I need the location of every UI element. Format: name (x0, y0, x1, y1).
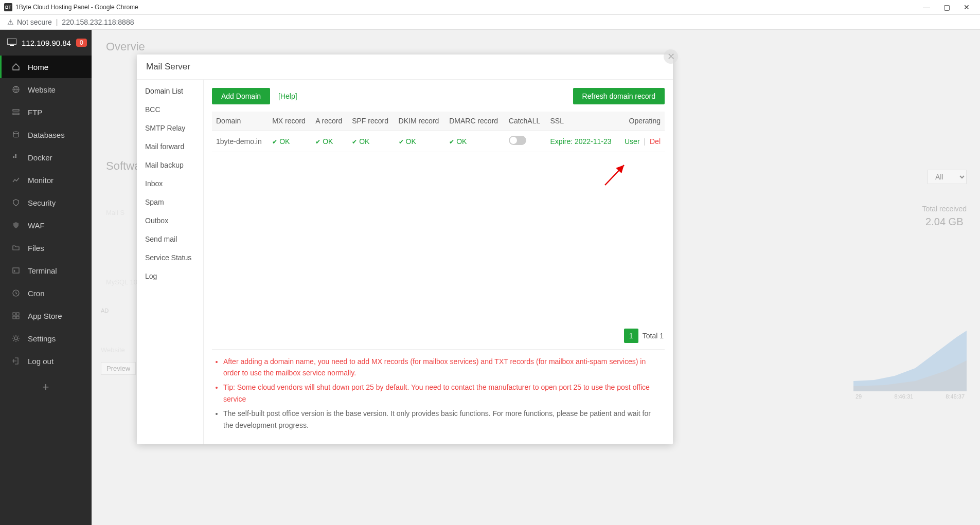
modal-toolbar: Add Domain [Help] Refresh domain record (212, 88, 665, 104)
help-link[interactable]: [Help] (278, 92, 297, 100)
grid-icon (11, 311, 21, 320)
window-titlebar: BT 1Byte Cloud Hosting Panel - Google Ch… (0, 0, 980, 14)
cell-mx-ok: OK (272, 137, 290, 146)
sidebar-item-files[interactable]: Files (0, 237, 92, 259)
svg-rect-3 (13, 110, 19, 111)
close-icon[interactable]: ✕ (964, 3, 970, 11)
window-controls: — ▢ ✕ (923, 3, 976, 11)
modal-tab-bcc[interactable]: BCC (137, 100, 203, 119)
sidebar-item-label: Files (28, 244, 44, 252)
modal-tab-domain-list[interactable]: Domain List (137, 82, 203, 100)
address-bar: ⚠ Not secure | 220.158.232.118:8888 (0, 14, 980, 30)
col-ssl: SSL (546, 112, 619, 131)
pagination: 1 Total 1 (212, 324, 665, 349)
sidebar-item-home[interactable]: Home (0, 56, 92, 78)
sidebar-item-label: Home (28, 63, 48, 71)
mail-server-modal: ✕ Mail Server Domain List BCC SMTP Relay… (137, 55, 673, 444)
del-link[interactable]: Del (650, 137, 661, 146)
col-spf: SPF record (348, 112, 394, 131)
annotation-arrow (602, 162, 628, 188)
modal-title: Mail Server (137, 55, 673, 80)
col-dmarc: DMARC record (445, 112, 505, 131)
monitor-icon (7, 39, 16, 47)
svg-line-16 (605, 165, 624, 185)
sidebar-item-docker[interactable]: Docker (0, 146, 92, 169)
sidebar-item-label: App Store (28, 312, 62, 320)
table-row: 1byte-demo.in OK OK OK OK OK Expire: 202… (212, 131, 665, 152)
refresh-domain-button[interactable]: Refresh domain record (573, 88, 665, 104)
sidebar-add[interactable]: + (0, 374, 92, 400)
add-domain-button[interactable]: Add Domain (212, 88, 270, 104)
modal-tab-spam[interactable]: Spam (137, 193, 203, 211)
modal-tab-log[interactable]: Log (137, 267, 203, 285)
cell-ssl: Expire: 2022-11-23 (550, 137, 612, 146)
modal-tab-mail-backup[interactable]: Mail backup (137, 156, 203, 174)
cell-dkim-ok: OK (399, 137, 416, 146)
sidebar-item-label: Monitor (28, 176, 54, 185)
waf-icon (11, 221, 21, 230)
modal-tab-outbox[interactable]: Outbox (137, 211, 203, 230)
col-operating: Operating (618, 112, 665, 131)
svg-rect-8 (15, 154, 16, 156)
separator: | (56, 18, 58, 26)
database-icon (11, 130, 21, 139)
tip-3: The self-built post office version is th… (223, 408, 663, 431)
sidebar-item-terminal[interactable]: Terminal (0, 259, 92, 282)
sidebar-item-cron[interactable]: Cron (0, 282, 92, 304)
svg-rect-14 (16, 316, 19, 319)
sidebar-header: 112.109.90.84 0 (0, 30, 92, 56)
tip-2: Tip: Some cloud vendors will shut down p… (223, 382, 663, 405)
svg-rect-6 (13, 156, 14, 158)
user-link[interactable]: User (625, 137, 640, 146)
cell-dmarc-ok: OK (449, 137, 467, 146)
modal-tab-mail-forward[interactable]: Mail forward (137, 137, 203, 156)
catchall-toggle[interactable] (509, 136, 526, 145)
sidebar-item-settings[interactable]: Settings (0, 327, 92, 350)
sidebar-item-monitor[interactable]: Monitor (0, 169, 92, 191)
svg-point-5 (13, 132, 19, 134)
maximize-icon[interactable]: ▢ (943, 3, 950, 11)
clock-icon (11, 288, 21, 298)
url-text[interactable]: 220.158.232.118:8888 (62, 18, 134, 26)
modal-tab-send-mail[interactable]: Send mail (137, 230, 203, 248)
server-ip: 112.109.90.84 (22, 39, 71, 47)
sidebar-item-databases[interactable]: Databases (0, 123, 92, 146)
cell-spf-ok: OK (352, 137, 369, 146)
col-domain: Domain (212, 112, 268, 131)
page-1-button[interactable]: 1 (624, 329, 638, 343)
tip-1: After adding a domain name, you need to … (223, 356, 663, 379)
sidebar-item-waf[interactable]: WAF (0, 214, 92, 237)
sidebar-item-label: Cron (28, 289, 45, 298)
modal-tab-inbox[interactable]: Inbox (137, 174, 203, 193)
col-dkim: DKIM record (395, 112, 446, 131)
modal-close-button[interactable]: ✕ (664, 49, 678, 64)
svg-rect-13 (13, 316, 15, 319)
sidebar-item-label: Log out (28, 357, 54, 366)
svg-point-15 (14, 337, 17, 340)
modal-tab-service-status[interactable]: Service Status (137, 248, 203, 267)
svg-rect-11 (13, 313, 15, 315)
sidebar-item-website[interactable]: Website (0, 78, 92, 101)
docker-icon (11, 153, 21, 162)
col-catchall: CatchALL (505, 112, 546, 131)
sidebar-item-ftp[interactable]: FTP (0, 101, 92, 123)
modal-tab-smtp-relay[interactable]: SMTP Relay (137, 119, 203, 137)
sidebar-item-label: FTP (28, 108, 42, 117)
folder-icon (11, 243, 21, 252)
sidebar-item-logout[interactable]: Log out (0, 350, 92, 372)
sidebar-item-app-store[interactable]: App Store (0, 304, 92, 327)
logout-icon (11, 356, 21, 366)
sidebar-item-label: Settings (28, 334, 56, 343)
tips-section: After adding a domain name, you need to … (212, 349, 665, 436)
main-sidebar: 112.109.90.84 0 Home Website FTP Databas… (0, 30, 92, 525)
svg-rect-4 (13, 113, 19, 115)
sidebar-item-label: Security (28, 198, 56, 207)
close-icon: ✕ (667, 51, 675, 62)
cell-a-ok: OK (315, 137, 333, 146)
globe-icon (11, 85, 21, 94)
minimize-icon[interactable]: — (923, 3, 930, 11)
not-secure-label: Not secure (17, 18, 52, 26)
notification-badge[interactable]: 0 (76, 39, 87, 47)
sidebar-item-security[interactable]: Security (0, 191, 92, 214)
not-secure-icon: ⚠ (7, 18, 14, 26)
